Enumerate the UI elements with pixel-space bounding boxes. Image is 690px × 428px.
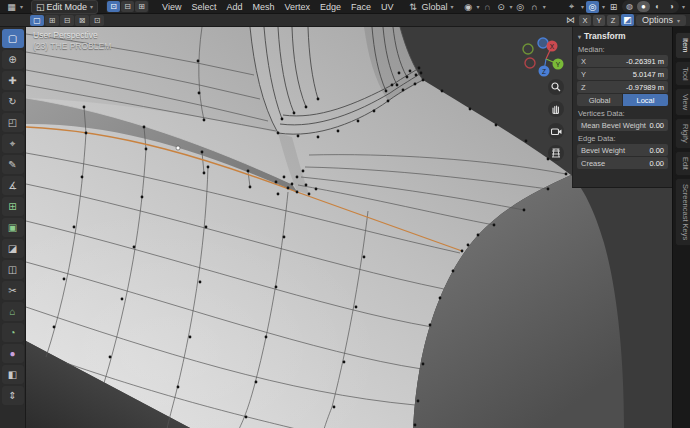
select-extend-button[interactable]: ⊞ [45, 15, 59, 26]
median-y-field[interactable]: Y 5.0147 m [577, 68, 668, 80]
tool-inset-faces[interactable]: ▣ [2, 218, 24, 237]
chevron-down-icon[interactable]: ▾ [477, 3, 480, 10]
median-x-field[interactable]: X -0.26391 m [577, 55, 668, 67]
chevron-down-icon: ▾ [677, 17, 680, 24]
tool-extrude-region[interactable]: ⊞ [2, 197, 24, 216]
tool-shrink-fatten[interactable]: ⇕ [2, 386, 24, 405]
field-value: 5.0147 m [633, 70, 664, 79]
menu-face[interactable]: Face [346, 0, 376, 14]
bevel-weight-field[interactable]: Bevel Weight 0.00 [577, 144, 668, 156]
tool-bevel[interactable]: ◪ [2, 239, 24, 258]
tool-scale[interactable]: ◰ [2, 113, 24, 132]
chevron-down-icon[interactable]: ▾ [602, 3, 605, 10]
zoom-button[interactable] [548, 79, 564, 95]
chevron-down-icon[interactable]: ▾ [543, 3, 546, 10]
menu-edge[interactable]: Edge [315, 0, 346, 14]
transform-panel: ▾ Transform Median: X -0.26391 m Y 5.014… [572, 27, 672, 188]
menu-mesh[interactable]: Mesh [247, 0, 279, 14]
editor-type-chevron-icon[interactable]: ▾ [20, 3, 23, 10]
tab-screencast-keys[interactable]: Screencast Keys [675, 178, 690, 246]
snap-target-icon[interactable]: ⊙ [495, 1, 508, 13]
menu-view[interactable]: View [157, 0, 186, 14]
options-dropdown[interactable]: Options ▾ [636, 15, 686, 26]
mean-bevel-weight-field[interactable]: Mean Bevel Weight 0.00 [577, 119, 668, 131]
toolbar: ▢ ⊕ ✚ ↻ ◰ ⌖ ✎ ∡ ⊞ ▣ ◪ ◫ ✂ ⌂ ◔ ● ◧ ⇕ [0, 27, 26, 428]
pivot-point-icon[interactable]: ◉ [462, 1, 475, 13]
tab-view[interactable]: View [675, 88, 690, 116]
tool-poly-build[interactable]: ⌂ [2, 302, 24, 321]
xray-toggle-icon[interactable]: ⊞ [607, 1, 620, 13]
view-name: User Perspective [33, 30, 111, 41]
orientation-dropdown[interactable]: ⇅ Global ▾ [407, 1, 454, 13]
mirror-y-button[interactable]: Y [593, 15, 605, 26]
tool-spin[interactable]: ◔ [2, 323, 24, 342]
editor-type-icon[interactable]: ▦ [5, 1, 18, 13]
field-label: X [581, 57, 586, 66]
tool-smooth[interactable]: ● [2, 344, 24, 363]
transform-panel-header[interactable]: ▾ Transform [577, 30, 668, 42]
mirror-icon: ⋈ [564, 14, 577, 26]
tool-select-box[interactable]: ▢ [2, 29, 24, 48]
select-mode-group: ▢ ⊞ ⊟ ⊠ ⊡ [30, 15, 104, 26]
tab-edit[interactable]: Edit [675, 151, 690, 176]
proportional-editing-icon[interactable]: ◎ [514, 1, 527, 13]
tool-edge-slide[interactable]: ◧ [2, 365, 24, 384]
edge-data-label: Edge Data: [578, 134, 668, 143]
tool-loop-cut[interactable]: ◫ [2, 260, 24, 279]
tool-knife[interactable]: ✂ [2, 281, 24, 300]
vertex-mode-button[interactable]: ⊡ [107, 1, 120, 12]
mirror-x-button[interactable]: X [579, 15, 591, 26]
global-button[interactable]: Global [577, 94, 622, 106]
menu-bar: View Select Add Mesh Vertex Edge Face UV [157, 0, 398, 14]
show-gizmo-icon[interactable]: ⌖ [565, 1, 578, 13]
axis-gizmo[interactable]: X Y Z [518, 29, 574, 85]
snap-toggle-icon[interactable]: ◩ [621, 14, 634, 26]
tool-move[interactable]: ✚ [2, 71, 24, 90]
proportional-falloff-icon[interactable]: ∩ [528, 1, 541, 13]
menu-select[interactable]: Select [186, 0, 221, 14]
axis-neg-z-ball [538, 38, 548, 48]
menu-uv[interactable]: UV [376, 0, 399, 14]
tool-annotate[interactable]: ✎ [2, 155, 24, 174]
edge-mode-button[interactable]: ⊟ [121, 1, 134, 12]
camera-view-button[interactable] [548, 123, 564, 139]
local-button[interactable]: Local [623, 94, 668, 106]
shading-wireframe-icon[interactable]: ◍ [623, 1, 636, 12]
select-new-button[interactable]: ▢ [30, 15, 44, 26]
options-label: Options [642, 15, 673, 25]
median-z-field[interactable]: Z -0.97989 m [577, 81, 668, 93]
select-intersect-button[interactable]: ⊡ [90, 15, 104, 26]
chevron-down-icon[interactable]: ▾ [510, 3, 513, 10]
tab-rigify[interactable]: Rigify [675, 118, 690, 149]
tool-cursor[interactable]: ⊕ [2, 50, 24, 69]
select-subtract-button[interactable]: ⊟ [60, 15, 74, 26]
pan-hand-button[interactable] [548, 101, 564, 117]
vertices-data-label: Vertices Data: [578, 109, 668, 118]
shading-material-icon[interactable]: ◐ [651, 1, 664, 12]
shading-dropdown-icon[interactable]: ▾ [682, 3, 685, 10]
mirror-z-button[interactable]: Z [607, 15, 619, 26]
chevron-down-icon[interactable]: ▾ [581, 3, 584, 10]
crease-field[interactable]: Crease 0.00 [577, 157, 668, 169]
tool-transform[interactable]: ⌖ [2, 134, 24, 153]
snap-magnet-icon[interactable]: ∩ [481, 1, 494, 13]
face-mode-button[interactable]: ⊞ [135, 1, 148, 12]
menu-add[interactable]: Add [221, 0, 247, 14]
shading-solid-icon[interactable]: ● [637, 1, 650, 12]
tab-tool[interactable]: Tool [675, 61, 690, 87]
tool-measure[interactable]: ∡ [2, 176, 24, 195]
select-invert-button[interactable]: ⊠ [75, 15, 89, 26]
field-label: Z [581, 83, 586, 92]
shading-rendered-icon[interactable]: ◑ [665, 1, 678, 12]
tool-rotate[interactable]: ↻ [2, 92, 24, 111]
menu-vertex[interactable]: Vertex [279, 0, 315, 14]
mode-dropdown[interactable]: ◱ Edit Mode ▾ [31, 0, 98, 14]
field-value: -0.97989 m [626, 83, 664, 92]
tool-settings-bar: ▢ ⊞ ⊟ ⊠ ⊡ ⋈ X Y Z ◩ Options ▾ [0, 14, 690, 27]
field-label: Y [581, 70, 586, 79]
perspective-toggle-button[interactable] [548, 145, 564, 161]
show-overlays-icon[interactable]: ◎ [586, 1, 599, 13]
transform-orientation-icon: ⇅ [407, 1, 420, 13]
tab-item[interactable]: Item [675, 32, 690, 59]
orientation-label: Global [422, 2, 448, 12]
